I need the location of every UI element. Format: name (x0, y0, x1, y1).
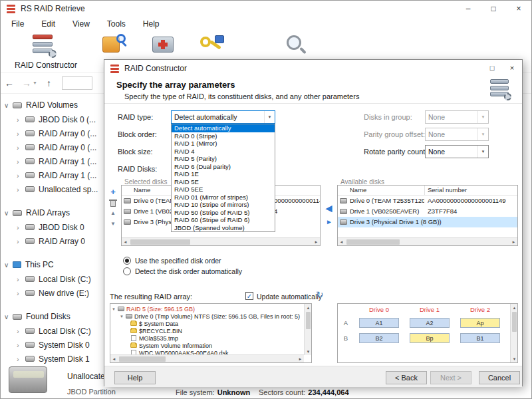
dropdown-option[interactable]: RAID 0 (Stripe) (172, 132, 275, 140)
chevron-right-icon[interactable]: › (17, 341, 25, 349)
scroll-down-icon[interactable]: ▼ (511, 355, 518, 362)
chevron-right-icon[interactable]: › (17, 223, 25, 231)
sidebar-group-raid-arrays[interactable]: ∨ RAID Arrays (1, 205, 104, 220)
add-disk-icon[interactable]: + (108, 188, 118, 198)
move-down-icon[interactable]: ▼ (108, 219, 118, 230)
parity-group-offset-combobox[interactable]: None ▼ (425, 128, 489, 141)
sidebar-item-local-disk-c[interactable]: ›Local Disk (C:) (1, 272, 104, 286)
disk-search-icon[interactable] (102, 34, 126, 57)
dropdown-option[interactable]: RAID 5 (Parity) (172, 155, 275, 163)
nav-history-chevron-icon[interactable]: ▼ (33, 80, 37, 85)
cancel-button[interactable]: Cancel (479, 371, 520, 384)
scroll-up-icon[interactable]: ▲ (305, 304, 312, 311)
maximize-button[interactable]: □ (481, 1, 506, 17)
nav-back-icon[interactable]: ← (1, 78, 18, 88)
chevron-right-icon[interactable]: › (17, 116, 25, 124)
combo-arrow-icon[interactable]: ▼ (477, 146, 488, 158)
dropdown-option[interactable]: RAID 6 (Dual parity) (172, 163, 275, 171)
dropdown-option[interactable]: RAID 60 (Stripe of RAID 6) (172, 216, 275, 224)
next-button[interactable]: Next > (430, 371, 471, 384)
chevron-right-icon[interactable]: › (17, 130, 25, 138)
nav-up-icon[interactable]: ↑ (43, 78, 55, 88)
transfer-left-icon[interactable]: ◄ (323, 202, 334, 215)
sidebar-item-raid-array-0-array[interactable]: ›RAID Array 0 (1, 234, 104, 248)
available-disk-row[interactable]: Drive 0 (TEAM T2535T120G) AA000000000000… (338, 196, 517, 206)
dropdown-option[interactable]: RAID 4 (172, 148, 275, 156)
dropdown-option[interactable]: JBOD (Spanned volume) (172, 224, 275, 232)
dropdown-option[interactable]: RAID 50 (Stripe of RAID 5) (172, 209, 275, 217)
scroll-left-icon[interactable]: ◄ (122, 238, 129, 245)
scrollbar-thumb[interactable] (346, 239, 400, 245)
sidebar-item-found-local-disk[interactable]: ›Local Disk (C:) (1, 324, 104, 338)
chevron-right-icon[interactable]: › (17, 144, 25, 152)
dropdown-option[interactable]: RAID 01 (Mirror of stripes) (172, 194, 275, 201)
chevron-down-icon[interactable]: ∨ (4, 102, 13, 109)
menu-file[interactable]: File (5, 18, 31, 30)
result-tree-volume[interactable]: ▼ Drive 0 (Tmp Volume) NTFS (Size: 596.1… (112, 313, 305, 320)
sidebar-item-new-drive-e[interactable]: ›New drive (E:) (1, 286, 104, 300)
horizontal-scrollbar[interactable]: ◄ ► (338, 237, 517, 245)
dropdown-option[interactable]: RAID 1 (Mirror) (172, 140, 275, 148)
dropdown-option[interactable]: RAID 10 (Stripe of mirrors) (172, 201, 275, 209)
available-disk-row-selected[interactable]: Drive 3 (Physical Drive 1 (8 GB)) (338, 217, 517, 227)
dialog-close-button[interactable]: × (502, 61, 522, 75)
disks-in-group-combobox[interactable]: None ▼ (425, 110, 489, 124)
chevron-right-icon[interactable]: › (17, 172, 25, 180)
horizontal-scrollbar[interactable]: ◄ ► (110, 354, 304, 362)
vertical-scrollbar[interactable]: ▲ ▼ (304, 304, 311, 355)
sidebar-item-system-disk-1[interactable]: ›System Disk 1 (1, 352, 104, 366)
chevron-down-icon[interactable]: ∨ (4, 209, 13, 217)
combo-arrow-icon[interactable]: ▼ (264, 111, 275, 123)
update-automatically-checkbox[interactable]: ✓ (245, 292, 253, 300)
close-button[interactable]: × (506, 1, 531, 17)
dropdown-option[interactable]: RAID 5EE (172, 186, 275, 194)
scroll-right-icon[interactable]: ► (297, 355, 304, 362)
dropdown-option[interactable]: RAID 5E (172, 178, 275, 186)
move-up-icon[interactable]: ▲ (108, 209, 118, 219)
sidebar-item-raid-array-1a[interactable]: ›RAID Array 1 (... (1, 154, 104, 168)
scrollbar-thumb[interactable] (130, 239, 190, 245)
result-tree-root[interactable]: ▼ RAID 5 (Size: 596.15 GB) (112, 305, 305, 313)
search-icon[interactable] (285, 34, 309, 58)
horizontal-scrollbar[interactable]: ◄ ► (122, 237, 320, 245)
tree-expander-icon[interactable]: ▼ (112, 307, 118, 311)
sidebar-item-unallocated[interactable]: ›Unallocated sp... (1, 182, 104, 196)
sidebar-group-found-disks[interactable]: ∨ Found Disks (1, 309, 104, 324)
menu-edit[interactable]: Edit (35, 18, 62, 30)
vertical-scrollbar[interactable]: ▲ ▼ (510, 304, 517, 362)
chevron-down-icon[interactable]: ∨ (4, 313, 13, 321)
scroll-left-icon[interactable]: ◄ (110, 355, 118, 362)
sidebar-item-jbod-disk-0[interactable]: ›JBOD Disk 0 (... (1, 112, 104, 126)
address-box[interactable] (62, 76, 92, 90)
scroll-down-icon[interactable]: ▼ (305, 348, 312, 355)
scroll-left-icon[interactable]: ◄ (338, 238, 345, 245)
minimize-button[interactable]: – (456, 1, 481, 17)
sidebar-item-raid-array-1b[interactable]: ›RAID Array 1 (... (1, 168, 104, 182)
chevron-right-icon[interactable]: › (17, 327, 25, 335)
refresh-icon[interactable]: ↻ (316, 289, 324, 300)
scroll-right-icon[interactable]: ► (510, 238, 517, 245)
scrollbar-thumb[interactable] (119, 356, 166, 362)
rotate-parity-count-combobox[interactable]: None ▼ (425, 145, 489, 158)
radio-specified-order[interactable] (123, 257, 131, 265)
sidebar-item-raid-array-0a[interactable]: ›RAID Array 0 (... (1, 126, 104, 140)
unlock-key-icon[interactable] (200, 34, 227, 57)
raid-type-combobox[interactable]: Detect automatically ▼ (171, 110, 275, 124)
sidebar-group-raid-volumes[interactable]: ∨ RAID Volumes (1, 98, 104, 112)
back-button[interactable]: < Back (386, 371, 427, 384)
chevron-right-icon[interactable]: › (17, 275, 25, 283)
tree-expander-icon[interactable]: ▼ (120, 315, 126, 319)
menu-tools[interactable]: Tools (100, 18, 132, 30)
chevron-right-icon[interactable]: › (17, 237, 25, 245)
sidebar-item-system-disk-0[interactable]: ›System Disk 0 (1, 338, 104, 352)
sidebar-item-jbod-disk-0-array[interactable]: ›JBOD Disk 0 (1, 220, 104, 234)
chevron-right-icon[interactable]: › (17, 186, 25, 194)
chevron-right-icon[interactable]: › (17, 158, 25, 166)
help-button[interactable]: Help (114, 371, 156, 384)
transfer-right-icon[interactable]: ► (326, 218, 332, 225)
result-tree-item[interactable]: MGla$535.tmp (112, 334, 305, 342)
raid-constructor-icon[interactable] (31, 34, 57, 58)
result-tree-item[interactable]: System Volume Information (112, 342, 305, 349)
result-tree-item[interactable]: $RECYCLE.BIN (112, 327, 305, 334)
chevron-down-icon[interactable]: ∨ (4, 261, 13, 269)
